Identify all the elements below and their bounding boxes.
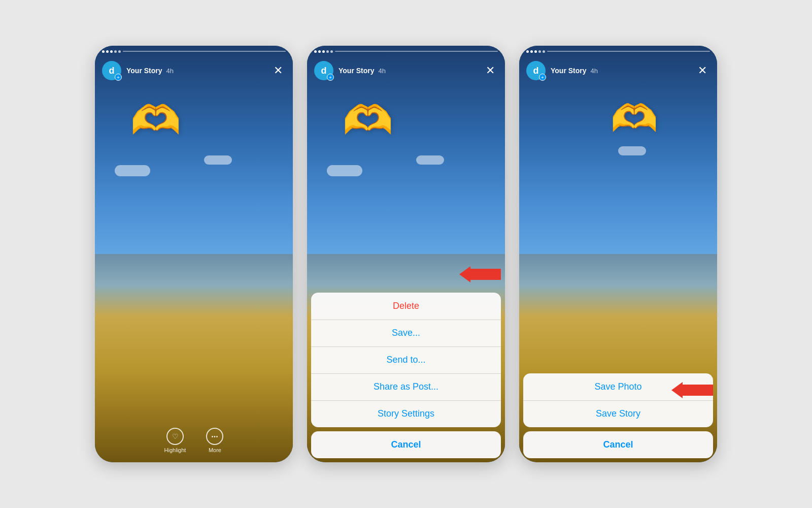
action-sheet: Delete Save... Send to... Share as Post.… (307, 293, 505, 462)
phone-right: 🫶 d + Your Story 4h ✕ Save Photo Save St… (519, 46, 717, 462)
status-dots (102, 50, 121, 53)
avatar-mid: d + (314, 61, 333, 80)
status-bar-left (95, 46, 293, 57)
story-title-mid: Your Story (339, 67, 375, 75)
save-sheet-menu: Save Photo Save Story (523, 373, 713, 427)
dot1 (102, 50, 105, 53)
arrow-head (459, 266, 470, 282)
story-title-right: Your Story (551, 67, 587, 75)
close-button-mid[interactable]: ✕ (483, 63, 498, 78)
heart-sticker-mid: 🫶 (343, 97, 393, 144)
dot3 (110, 50, 113, 53)
avatar-plus-icon: + (115, 74, 122, 81)
phone-left: 🫶 d + Your Story 4h ✕ ♡ Highlight ••• Mo… (95, 46, 293, 462)
arrow-body (470, 269, 501, 280)
save-story-button[interactable]: Save Story (523, 400, 713, 427)
dot2 (106, 50, 109, 53)
more-label: More (209, 447, 221, 453)
story-time-mid: 4h (379, 67, 386, 75)
story-title: Your Story (126, 67, 162, 75)
highlight-icon: ♡ (166, 428, 184, 445)
arrow-body-right (683, 385, 713, 396)
close-icon-mid: ✕ (486, 65, 495, 76)
story-header-middle: d + Your Story 4h ✕ (307, 57, 505, 84)
highlight-label: Highlight (164, 447, 186, 453)
bottom-controls: ♡ Highlight ••• More (95, 428, 293, 453)
story-time: 4h (166, 67, 174, 75)
cancel-button-mid[interactable]: Cancel (311, 431, 501, 458)
cloud1 (115, 165, 150, 176)
more-icon: ••• (206, 428, 223, 445)
close-button-right[interactable]: ✕ (695, 63, 710, 78)
progress-line (123, 51, 286, 52)
action-sheet-menu: Delete Save... Send to... Share as Post.… (311, 293, 501, 427)
close-icon-right: ✕ (698, 65, 707, 76)
dot5 (118, 50, 121, 53)
heart-sticker: 🫶 (130, 97, 181, 144)
close-button[interactable]: ✕ (270, 63, 286, 78)
close-icon: ✕ (274, 65, 283, 76)
story-header-left: d + Your Story 4h ✕ (95, 57, 293, 84)
story-time-right: 4h (591, 67, 598, 75)
cloud2 (204, 155, 232, 165)
dot4 (114, 50, 117, 53)
heart-sticker-right: 🫶 (611, 97, 658, 141)
sendto-button[interactable]: Send to... (311, 346, 501, 373)
arrow-head-right (671, 382, 683, 398)
status-bar-middle (307, 46, 505, 57)
phone-middle: 🫶 d + Your Story 4h ✕ Delete Save... Sen… (307, 46, 505, 462)
avatar: d + (102, 61, 121, 80)
story-header-right: d + Your Story 4h ✕ (519, 57, 717, 84)
cancel-button-right[interactable]: Cancel (523, 431, 713, 458)
red-arrow-save-story (671, 382, 713, 398)
story-settings-button[interactable]: Story Settings (311, 400, 501, 427)
delete-button[interactable]: Delete (311, 293, 501, 320)
highlight-button[interactable]: ♡ Highlight (164, 428, 186, 453)
avatar-right: d + (526, 61, 546, 80)
red-arrow-save (459, 266, 501, 282)
more-button[interactable]: ••• More (206, 428, 223, 453)
status-bar-right (519, 46, 717, 57)
save-button[interactable]: Save... (311, 320, 501, 346)
story-title-group: Your Story 4h (126, 67, 265, 75)
shareaspost-button[interactable]: Share as Post... (311, 373, 501, 400)
